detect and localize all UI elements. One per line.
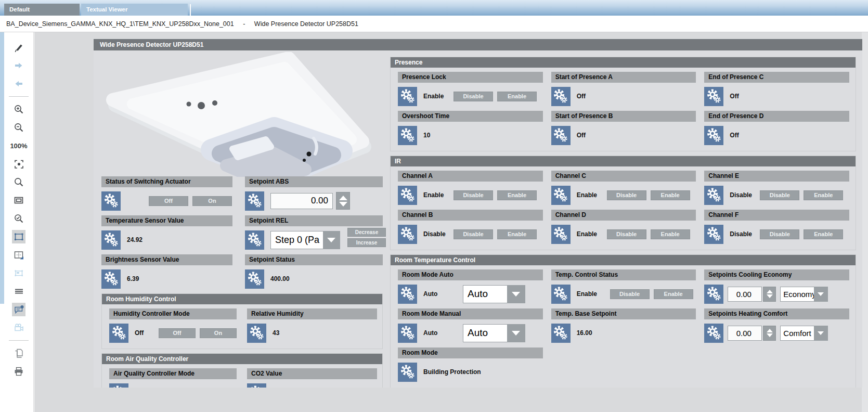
gear-icon[interactable] bbox=[551, 285, 571, 304]
disable-button[interactable]: Disable bbox=[607, 190, 646, 200]
heating-comfort-dropdown[interactable]: Comfort bbox=[780, 326, 828, 341]
zoom-verify-icon[interactable] bbox=[12, 212, 25, 225]
gear-icon[interactable] bbox=[245, 269, 264, 289]
comments-icon[interactable] bbox=[12, 303, 25, 316]
gear-icon[interactable] bbox=[101, 230, 121, 250]
off-button[interactable]: Off bbox=[159, 328, 196, 338]
field-setpoint-abs: Setpoint ABS bbox=[245, 176, 383, 215]
disable-button[interactable]: Disable bbox=[454, 190, 493, 200]
enable-button[interactable]: Enable bbox=[497, 92, 537, 101]
disable-button[interactable]: Disable bbox=[607, 229, 646, 239]
field-temp-control-status: Temp. Control Status Enable Disable Enab… bbox=[551, 269, 696, 308]
on-button[interactable]: On bbox=[200, 328, 237, 338]
toolbar: 100% bbox=[4, 32, 34, 412]
gear-icon[interactable] bbox=[551, 87, 571, 106]
room-mode-manual-dropdown[interactable]: Auto bbox=[463, 324, 525, 342]
enable-button[interactable]: Enable bbox=[651, 190, 690, 200]
disable-button[interactable]: Disable bbox=[760, 190, 799, 200]
left-column: Status of Switching Actuator Off On Setp… bbox=[101, 50, 383, 388]
cooling-economy-dropdown[interactable]: Economy bbox=[780, 287, 828, 302]
gear-icon[interactable] bbox=[398, 324, 417, 343]
layout-grid-icon[interactable] bbox=[12, 248, 25, 262]
gear-icon[interactable] bbox=[551, 126, 571, 145]
gear-icon[interactable] bbox=[704, 126, 723, 145]
tab-default[interactable]: Default bbox=[4, 4, 80, 16]
breadcrumb-device-title: Wide Presence Detector UP258D51 bbox=[254, 20, 358, 28]
gear-icon[interactable] bbox=[398, 225, 417, 244]
field-header: Setpoints Heating Comfort bbox=[704, 308, 849, 319]
enable-button[interactable]: Enable bbox=[497, 190, 537, 200]
back-arrow-icon[interactable] bbox=[12, 77, 25, 91]
zoom-out-icon[interactable] bbox=[12, 121, 25, 134]
on-button[interactable]: On bbox=[192, 196, 232, 206]
print-icon[interactable] bbox=[12, 365, 25, 378]
gear-icon[interactable] bbox=[398, 285, 417, 304]
tab-textual-viewer[interactable]: Textual Viewer bbox=[81, 4, 188, 16]
spinner-updown[interactable] bbox=[336, 192, 350, 210]
decrease-button[interactable]: Decrease bbox=[347, 228, 386, 237]
enable-button[interactable]: Enable bbox=[497, 229, 537, 239]
disable-button[interactable]: Disable bbox=[454, 229, 493, 239]
field-header: Temp. Control Status bbox=[551, 269, 696, 280]
field-brightness-sensor-value: Brightness Sensor Value 6.39 bbox=[101, 254, 232, 293]
room-mode-auto-dropdown[interactable]: Auto bbox=[463, 285, 525, 303]
field-start-of-presence-b: Start of Presence B Off bbox=[551, 111, 696, 150]
gear-icon[interactable] bbox=[704, 225, 723, 244]
application-window: Default Textual Viewer BA_Device_Siemens… bbox=[0, 0, 868, 412]
section-room-temperature-control: Room Temperature Control Room Mode Auto … bbox=[390, 254, 856, 388]
gear-icon[interactable] bbox=[245, 191, 264, 211]
field-value: Building Protection bbox=[423, 368, 481, 376]
pen-icon[interactable] bbox=[12, 41, 25, 54]
gear-icon[interactable] bbox=[551, 225, 571, 244]
gear-icon[interactable] bbox=[109, 324, 128, 343]
enable-button[interactable]: Enable bbox=[651, 229, 690, 239]
gear-icon[interactable] bbox=[398, 186, 417, 205]
field-setpoint-rel: Setpoint REL Step 0 (Pa Decrease bbox=[245, 215, 383, 254]
list-lines-icon[interactable] bbox=[12, 285, 25, 298]
gear-icon[interactable] bbox=[398, 126, 417, 145]
gear-icon[interactable] bbox=[247, 324, 266, 343]
disable-button[interactable]: Disable bbox=[760, 229, 799, 239]
disable-button[interactable]: Disable bbox=[610, 289, 650, 299]
viewport-icon[interactable] bbox=[12, 194, 25, 207]
gear-icon[interactable] bbox=[704, 285, 723, 304]
gear-icon[interactable] bbox=[704, 324, 723, 343]
gear-icon[interactable] bbox=[247, 383, 266, 388]
forward-arrow-icon[interactable] bbox=[12, 59, 25, 72]
gear-icon[interactable] bbox=[245, 230, 264, 250]
fit-view-icon[interactable] bbox=[12, 157, 25, 171]
setpoint-abs-input[interactable] bbox=[270, 193, 333, 209]
off-button[interactable]: Off bbox=[149, 196, 188, 206]
gear-icon[interactable] bbox=[109, 383, 128, 388]
spinner-updown[interactable] bbox=[763, 287, 776, 302]
heating-comfort-input[interactable] bbox=[728, 326, 762, 341]
device-image bbox=[101, 52, 382, 176]
enable-button[interactable]: Enable bbox=[654, 289, 693, 299]
field-room-mode-manual: Room Mode Manual Auto Auto bbox=[398, 308, 543, 347]
search-icon[interactable] bbox=[12, 175, 25, 189]
setpoint-rel-dropdown[interactable]: Step 0 (Pa bbox=[270, 231, 340, 249]
spinner-updown[interactable] bbox=[763, 326, 776, 341]
field-header: Temp. Base Setpoint bbox=[551, 308, 696, 319]
enable-button[interactable]: Enable bbox=[804, 229, 843, 239]
zoom-in-icon[interactable] bbox=[12, 102, 25, 116]
enable-button[interactable]: Enable bbox=[804, 190, 843, 200]
section-title: Room Temperature Control bbox=[391, 255, 856, 265]
gear-icon[interactable] bbox=[704, 87, 723, 106]
field-value: Enable bbox=[577, 191, 601, 199]
gear-icon[interactable] bbox=[398, 87, 417, 106]
disable-button[interactable]: Disable bbox=[454, 92, 493, 101]
zoom-level-label[interactable]: 100% bbox=[12, 139, 25, 152]
gear-icon[interactable] bbox=[398, 363, 417, 382]
gear-icon[interactable] bbox=[101, 269, 121, 289]
field-value: Auto bbox=[423, 329, 457, 337]
copy-icon[interactable] bbox=[12, 346, 25, 360]
gear-icon[interactable] bbox=[551, 186, 571, 205]
gear-icon[interactable] bbox=[551, 324, 571, 343]
cooling-economy-input[interactable] bbox=[728, 287, 762, 302]
select-region-icon[interactable] bbox=[12, 230, 25, 243]
gear-icon[interactable] bbox=[101, 191, 121, 211]
increase-button[interactable]: Increase bbox=[347, 238, 386, 247]
field-channel-e: Channel E Disable Disable Enable bbox=[704, 171, 849, 210]
gear-icon[interactable] bbox=[704, 186, 723, 205]
